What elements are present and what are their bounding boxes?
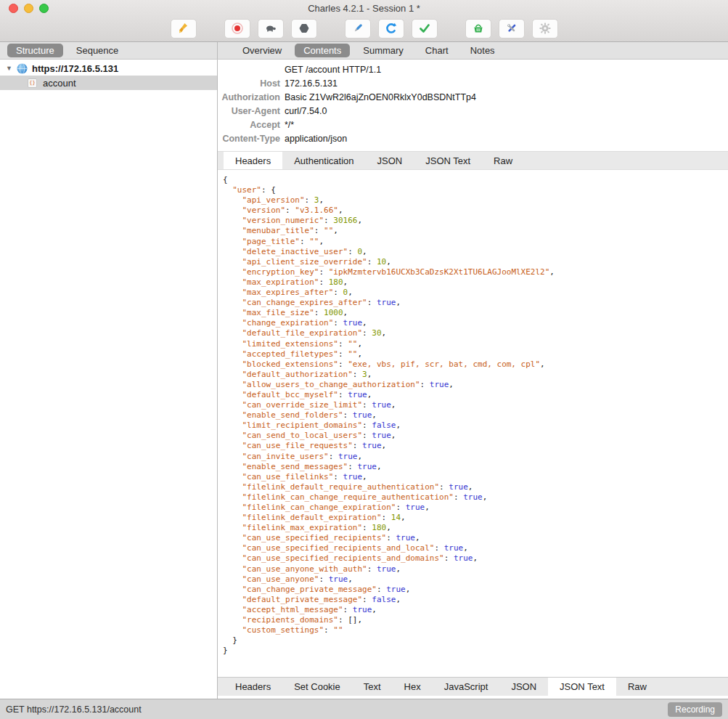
window-title: Charles 4.2.1 - Session 1 *: [0, 0, 728, 16]
json-line: "change_expiration": true,: [223, 318, 728, 328]
json-line: "custom_settings": "": [223, 625, 728, 635]
recording-badge: Recording: [668, 702, 722, 717]
header-value: application/json: [280, 132, 347, 146]
breakpoints-button[interactable]: [291, 19, 317, 38]
tab-structure[interactable]: Structure: [7, 44, 63, 57]
sidebar-tabs: StructureSequence: [0, 42, 218, 59]
main-tabs: OverviewContentsSummaryChartNotes: [218, 42, 728, 59]
json-line: "recipients_domains": [],: [223, 615, 728, 625]
json-line: "blocked_extensions": "exe, vbs, pif, sc…: [223, 360, 728, 370]
json-line: "encryption_key": "ipkMzmtervb16UCXb3CaD…: [223, 267, 728, 277]
json-line: "filelink_can_change_expiration": true,: [223, 503, 728, 513]
header-row: Accept*/*: [218, 118, 728, 132]
compose-button[interactable]: [345, 19, 371, 38]
tab-overview[interactable]: Overview: [234, 44, 290, 57]
tab-summary[interactable]: Summary: [354, 44, 412, 57]
json-line: "can_use_file_requests": true,: [223, 441, 728, 451]
response-tab-javascript[interactable]: JavaScript: [433, 678, 500, 696]
tab-sequence[interactable]: Sequence: [68, 44, 128, 57]
json-line: "accepted_filetypes": "",: [223, 349, 728, 360]
response-tab-headers[interactable]: Headers: [224, 678, 282, 696]
request-tab-json[interactable]: JSON: [366, 152, 414, 169]
response-tab-set-cookie[interactable]: Set Cookie: [282, 678, 352, 696]
json-line: }: [223, 635, 728, 646]
structure-tree: ▼ https://172.16.5.131 {} account: [0, 60, 218, 699]
request-view-tabs: HeadersAuthenticationJSONJSON TextRaw: [218, 151, 728, 170]
check-icon: [418, 22, 431, 35]
zoom-button[interactable]: [39, 4, 49, 13]
header-value: 172.16.5.131: [280, 77, 338, 91]
json-line: "version_numeric": 30166,: [223, 216, 728, 226]
request-tab-raw[interactable]: Raw: [482, 152, 524, 169]
toolbar: [0, 16, 728, 41]
traffic-lights: [9, 4, 49, 13]
tree-host-label: https://172.16.5.131: [32, 63, 118, 74]
json-line: "enable_send_messages": true,: [223, 462, 728, 472]
json-line: "api_version": 3,: [223, 195, 728, 206]
basket-icon: [472, 22, 485, 35]
json-line: "limited_extensions": "",: [223, 339, 728, 349]
content-area: ▼ https://172.16.5.131 {} account GET /a…: [0, 60, 728, 699]
header-row: Host172.16.5.131: [218, 77, 728, 91]
json-line: "can_use_anyone": true,: [223, 574, 728, 585]
header-value: */*: [280, 118, 294, 132]
throttle-button[interactable]: [258, 19, 284, 38]
turtle-icon: [264, 22, 277, 35]
response-tab-hex[interactable]: Hex: [393, 678, 433, 696]
json-line: "can_change_private_message": true,: [223, 585, 728, 595]
json-line: "max_expiration": 180,: [223, 277, 728, 288]
clear-session-button[interactable]: [171, 19, 197, 38]
json-line: "allow_users_to_change_authorization": t…: [223, 380, 728, 390]
repeat-button[interactable]: [378, 19, 404, 38]
gear-button[interactable]: [532, 19, 558, 38]
disclosure-triangle-icon[interactable]: ▼: [0, 65, 16, 72]
tab-chart[interactable]: Chart: [417, 44, 457, 57]
json-line: "can_use_specified_recipients": true,: [223, 533, 728, 543]
settings-button[interactable]: [499, 19, 525, 38]
tree-row-host[interactable]: ▼ https://172.16.5.131: [0, 61, 217, 76]
json-line: "max_file_size": 1000,: [223, 308, 728, 318]
json-line: "limit_recipient_domains": false,: [223, 421, 728, 431]
tree-account-label: account: [43, 78, 76, 89]
json-line: "user": {: [223, 185, 728, 195]
tree-row-account[interactable]: {} account: [0, 76, 217, 90]
json-line: "delete_inactive_user": 0,: [223, 247, 728, 257]
globe-icon: [16, 63, 28, 74]
response-tab-json-text[interactable]: JSON Text: [548, 678, 616, 696]
header-row: AuthorizationBasic Z1VwR2l6ajZnOEN0RklxY…: [218, 91, 728, 105]
response-tab-raw[interactable]: Raw: [616, 678, 658, 696]
request-line: GET /account HTTP/1.1: [218, 63, 728, 77]
minimize-button[interactable]: [24, 4, 33, 13]
header-value: curl/7.54.0: [280, 105, 327, 118]
json-line: "filelink_default_require_authentication…: [223, 482, 728, 492]
response-tab-text[interactable]: Text: [352, 678, 393, 696]
json-line: {: [223, 175, 728, 185]
record-button[interactable]: [224, 19, 250, 38]
header-name: User-Agent: [218, 105, 280, 118]
response-tab-json[interactable]: JSON: [499, 678, 548, 696]
tools-button[interactable]: [465, 19, 491, 38]
status-bar: GET https://172.16.5.131/account Recordi…: [0, 699, 728, 719]
header-row: Content-Typeapplication/json: [218, 132, 728, 146]
json-line: "default_private_message": false,: [223, 595, 728, 605]
repeat-icon: [385, 22, 398, 35]
status-url: GET https://172.16.5.131/account: [6, 704, 142, 715]
tab-notes[interactable]: Notes: [462, 44, 504, 57]
close-button[interactable]: [9, 4, 18, 13]
request-tab-headers[interactable]: Headers: [224, 152, 282, 169]
tab-contents[interactable]: Contents: [295, 44, 350, 57]
json-line: "can_use_anyone_with_auth": true,: [223, 564, 728, 574]
wrench-screwdriver-icon: [505, 22, 518, 35]
json-line: "can_use_specified_recipients_and_local"…: [223, 543, 728, 553]
validate-button[interactable]: [412, 19, 438, 38]
header-name: Accept: [218, 118, 280, 132]
json-line: "can_invite_users": true,: [223, 452, 728, 462]
request-tab-json-text[interactable]: JSON Text: [414, 152, 482, 169]
header-name: Authorization: [218, 91, 280, 105]
json-line: "filelink_default_expiration": 14,: [223, 513, 728, 523]
json-line: }: [223, 646, 728, 656]
json-line: "page_title": "",: [223, 237, 728, 247]
pen-icon: [351, 22, 364, 35]
header-name: [218, 63, 280, 77]
request-tab-authentication[interactable]: Authentication: [282, 152, 365, 169]
